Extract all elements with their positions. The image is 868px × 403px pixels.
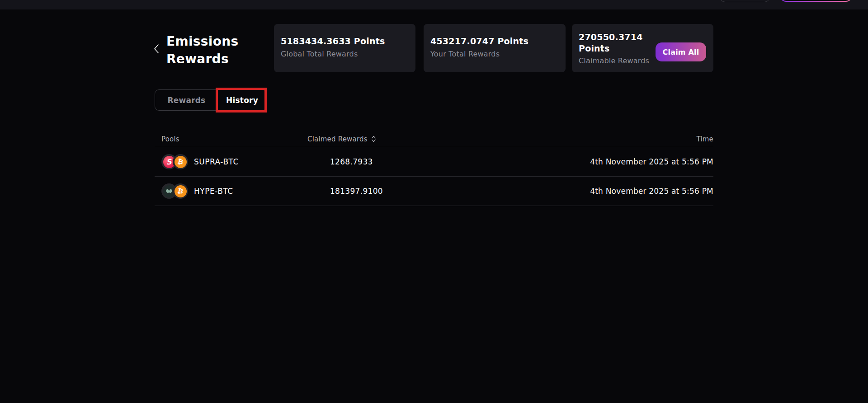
- btc-token-icon: ₿: [173, 154, 188, 169]
- pool-name: HYPE-BTC: [194, 187, 233, 196]
- hype-logo-icon: [165, 187, 173, 195]
- token-pair: S ₿: [161, 154, 188, 169]
- claim-time: 4th November 2025 at 5:56 PM: [590, 157, 713, 166]
- stat-card-claimable-text: 270550.3714 Points Claimable Rewards: [579, 32, 649, 72]
- stat-value: 5183434.3633 Points: [281, 36, 408, 46]
- stat-card-global-total: 5183434.3633 Points Global Total Rewards: [274, 24, 415, 72]
- stat-card-your-total: 453217.0747 Points Your Total Rewards: [424, 24, 566, 72]
- tab-history[interactable]: History: [218, 90, 266, 110]
- top-navigation-bar: [0, 0, 868, 9]
- claimed-rewards-table: Pools Claimed Rewards Time S ₿ SUPRA-BTC…: [155, 131, 713, 206]
- chevron-left-icon: [153, 44, 160, 54]
- btc-token-icon: ₿: [173, 183, 188, 199]
- back-button[interactable]: [152, 44, 161, 55]
- header-gradient-button-fill: [781, 0, 851, 1]
- tab-group: Rewards History: [155, 89, 267, 111]
- page-title-line1: Emissions: [166, 33, 238, 50]
- column-header-claimed-rewards[interactable]: Claimed Rewards: [307, 135, 376, 143]
- stat-value: 453217.0747 Points: [430, 36, 558, 46]
- column-header-claimed-label: Claimed Rewards: [307, 135, 368, 143]
- page-title: Emissions Rewards: [166, 33, 238, 68]
- page-title-line2: Rewards: [166, 50, 238, 68]
- table-header-row: Pools Claimed Rewards Time: [155, 131, 713, 147]
- claimed-rewards-value: 1268.7933: [330, 157, 373, 166]
- pool-name: SUPRA-BTC: [194, 157, 239, 166]
- stat-label: Claimable Rewards: [579, 56, 649, 65]
- header-gradient-button[interactable]: [780, 0, 852, 2]
- table-row-supra-btc: S ₿ SUPRA-BTC 1268.7933 4th November 202…: [155, 147, 713, 177]
- stat-value: 270550.3714 Points: [579, 32, 646, 54]
- claimed-rewards-value: 181397.9100: [330, 187, 383, 196]
- pool-cell: ₿ HYPE-BTC: [155, 183, 307, 199]
- claim-all-button[interactable]: Claim All: [656, 42, 706, 61]
- stat-card-claimable: 270550.3714 Points Claimable Rewards Cla…: [572, 24, 713, 72]
- pool-cell: S ₿ SUPRA-BTC: [155, 154, 307, 169]
- header-outline-button[interactable]: [720, 0, 770, 2]
- stat-label: Global Total Rewards: [281, 50, 408, 58]
- claim-time: 4th November 2025 at 5:56 PM: [590, 187, 713, 196]
- token-pair: ₿: [161, 183, 188, 199]
- column-header-time: Time: [696, 135, 713, 143]
- table-row-hype-btc: ₿ HYPE-BTC 181397.9100 4th November 2025…: [155, 177, 713, 206]
- sort-icon: [371, 135, 376, 143]
- tab-rewards[interactable]: Rewards: [155, 90, 218, 110]
- column-header-pools: Pools: [155, 135, 307, 143]
- stat-label: Your Total Rewards: [430, 50, 558, 58]
